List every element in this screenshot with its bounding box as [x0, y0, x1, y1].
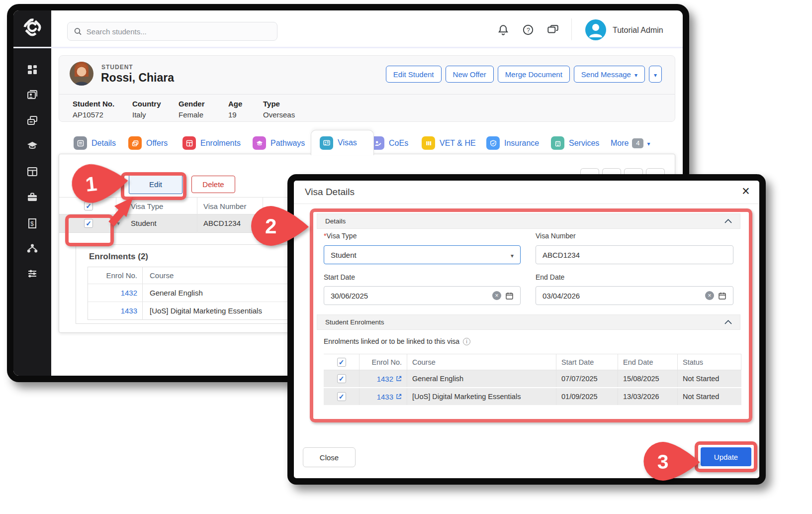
field-label: Student No. — [73, 100, 114, 108]
tab-services[interactable]: Services — [551, 131, 599, 155]
table-row: 1433 [UoS] Digital Marketing Essentials — [88, 302, 316, 319]
close-icon[interactable]: × — [738, 184, 753, 199]
student-name: Rossi, Chiara — [101, 71, 174, 85]
community-icon[interactable] — [26, 242, 38, 254]
search-box[interactable] — [67, 22, 277, 41]
enrolment-link[interactable]: 1433 — [121, 307, 137, 315]
courses-icon[interactable] — [26, 140, 38, 152]
student-header-card: STUDENT Rossi, Chiara Edit Student New O… — [59, 55, 675, 122]
highlight-frame-sections — [310, 208, 752, 422]
merge-document-button[interactable]: Merge Document — [498, 66, 570, 83]
offer-card-icon — [128, 136, 142, 150]
offers-icon[interactable] — [26, 114, 38, 126]
tab-insurance[interactable]: Insurance — [486, 131, 539, 155]
modal-divider — [294, 204, 760, 204]
graduation-cap-icon — [253, 136, 266, 150]
topbar-divider — [13, 47, 683, 48]
edit-student-button[interactable]: Edit Student — [386, 66, 442, 83]
timetable-icon[interactable] — [26, 166, 38, 178]
search-icon — [74, 27, 82, 36]
document-icon — [74, 136, 87, 150]
shield-check-icon — [486, 136, 500, 150]
field-value: Italy — [132, 110, 146, 119]
field-label: Gender — [179, 100, 205, 108]
annotation-step-1: 1 — [69, 159, 131, 206]
more-count-badge: 4 — [632, 138, 643, 148]
column-divider — [197, 197, 197, 233]
field-value: 19 — [228, 110, 237, 119]
linked-enrolments-box: Enrolments (2) Enrol No. Course 1432 Gen… — [76, 244, 324, 324]
students-icon[interactable] — [26, 89, 38, 101]
visa-details-modal: Visa Details × Details *Visa Type Visa N… — [287, 174, 766, 485]
table-icon — [182, 136, 196, 150]
tab-pathways[interactable]: Pathways — [253, 131, 305, 155]
student-avatar — [70, 62, 93, 86]
dashboard-icon[interactable] — [26, 64, 38, 76]
chevron-down-icon — [634, 70, 637, 79]
help-icon[interactable]: ? — [522, 23, 535, 36]
id-card-icon — [320, 136, 333, 150]
visa-number-cell: ABCD1234 — [203, 219, 241, 227]
tab-vet-he[interactable]: VET & HE — [422, 131, 476, 155]
field-value: Female — [179, 110, 203, 119]
app-logo — [22, 17, 43, 38]
agents-icon[interactable] — [26, 191, 38, 203]
column-header[interactable]: Visa Number — [203, 202, 246, 210]
enrolment-link[interactable]: 1432 — [121, 289, 137, 297]
enrolments-table: Enrol No. Course 1432 General English 14… — [88, 267, 316, 320]
student-actions: Edit Student New Offer Merge Document Se… — [386, 66, 662, 83]
tab-enrolments[interactable]: Enrolments — [182, 131, 241, 155]
close-button[interactable]: Close — [303, 447, 356, 467]
svg-text:$: $ — [30, 220, 34, 227]
field-label: Country — [132, 100, 161, 108]
field-label: Type — [263, 100, 280, 108]
bars-icon — [422, 136, 435, 150]
topbar-separator — [571, 18, 572, 40]
svg-text:1: 1 — [85, 172, 98, 196]
finance-icon[interactable]: $ — [26, 217, 38, 229]
tab-offers[interactable]: Offers — [128, 131, 168, 155]
notifications-bell-icon[interactable] — [497, 23, 510, 36]
svg-text:?: ? — [527, 27, 530, 34]
modal-title: Visa Details — [305, 187, 355, 198]
user-name[interactable]: Tutorial Admin — [613, 26, 663, 35]
highlight-frame-update — [695, 441, 757, 472]
chevron-down-icon — [647, 139, 650, 148]
svg-text:3: 3 — [657, 450, 669, 473]
more-actions-button[interactable] — [649, 66, 662, 83]
table-row: 1432 General English — [88, 284, 316, 302]
delete-visa-button[interactable]: Delete — [191, 176, 235, 193]
tab-visas[interactable]: Visas — [311, 130, 374, 155]
chat-icon[interactable] — [546, 23, 559, 36]
building-icon — [551, 136, 564, 150]
column-header: Enrol No. — [88, 267, 143, 284]
chevron-down-icon — [654, 70, 657, 79]
field-value: AP10572 — [73, 110, 103, 119]
enrolments-title: Enrolments (2) — [89, 252, 148, 262]
user-avatar[interactable] — [585, 19, 606, 40]
new-offer-button[interactable]: New Offer — [446, 66, 494, 83]
annotation-step-3: 3 — [642, 441, 701, 482]
student-kicker: STUDENT — [101, 64, 133, 71]
field-value: Overseas — [263, 110, 295, 119]
svg-text:2: 2 — [265, 214, 276, 238]
tutorial-screenshot: $ ? — [0, 0, 812, 514]
tab-details[interactable]: Details — [74, 131, 116, 155]
search-input[interactable] — [87, 27, 271, 36]
student-info-row: Student No. AP10572 Country Italy Gender… — [59, 94, 675, 121]
tab-more[interactable]: More 4 — [611, 131, 650, 155]
annotation-step-2: 2 — [250, 205, 310, 247]
person-silhouette-icon — [585, 19, 606, 40]
tab-coes[interactable]: CoEs — [371, 131, 408, 155]
settings-sliders-icon[interactable] — [26, 268, 38, 280]
field-label: Age — [228, 100, 242, 108]
sidebar: $ — [13, 10, 51, 376]
send-message-button[interactable]: Send Message — [574, 66, 645, 83]
